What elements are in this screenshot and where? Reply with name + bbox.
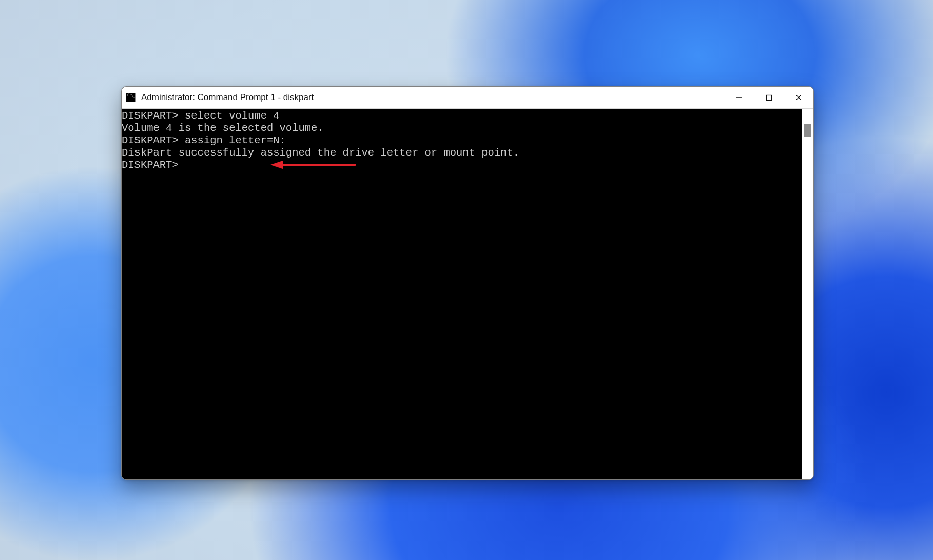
- window-controls: [724, 87, 813, 108]
- terminal-output-line: DiskPart successfully assigned the drive…: [122, 147, 802, 159]
- cmd-app-icon: [126, 93, 136, 102]
- maximize-button[interactable]: [754, 87, 784, 108]
- arrow-annotation-icon: [270, 159, 358, 170]
- close-button[interactable]: [784, 87, 813, 108]
- close-icon: [795, 94, 802, 101]
- command-prompt-window: Administrator: Command Prompt 1 - diskpa…: [121, 86, 814, 480]
- terminal-area: DISKPART> select volume 4Volume 4 is the…: [122, 109, 813, 480]
- maximize-icon: [766, 94, 772, 101]
- window-title: Administrator: Command Prompt 1 - diskpa…: [141, 92, 314, 103]
- terminal-output-line: Volume 4 is the selected volume.: [122, 122, 802, 134]
- svg-rect-1: [766, 95, 771, 100]
- terminal-output[interactable]: DISKPART> select volume 4Volume 4 is the…: [122, 109, 802, 480]
- titlebar[interactable]: Administrator: Command Prompt 1 - diskpa…: [122, 87, 813, 109]
- terminal-prompt-line: DISKPART>: [122, 159, 802, 171]
- terminal-prompt-line: DISKPART> assign letter=N:: [122, 134, 802, 147]
- minimize-button[interactable]: [724, 87, 754, 108]
- svg-marker-5: [270, 161, 283, 169]
- scrollbar-thumb[interactable]: [804, 124, 811, 137]
- terminal-prompt-line: DISKPART> select volume 4: [122, 110, 802, 122]
- vertical-scrollbar[interactable]: [802, 109, 813, 480]
- minimize-icon: [735, 94, 743, 101]
